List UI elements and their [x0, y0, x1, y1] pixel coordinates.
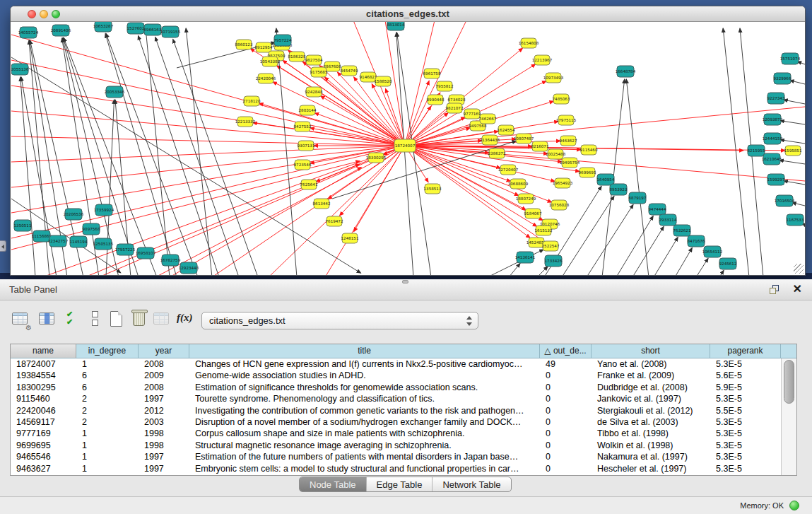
graph-node[interactable]: 1527602 — [127, 23, 145, 34]
graph-node[interactable]: 9245612 — [719, 258, 737, 269]
graph-node[interactable]: 8454749 — [341, 66, 358, 76]
column-header-year[interactable]: year — [139, 344, 189, 358]
graph-node[interactable]: 12093872 — [763, 114, 782, 125]
graph-node[interactable]: 2803144 — [299, 105, 317, 115]
graph-node[interactable]: 18300295 — [366, 153, 387, 163]
graph-node[interactable]: 8471676 — [688, 235, 705, 247]
graph-node[interactable]: 7485063 — [553, 94, 570, 104]
column-header-out_de[interactable]: △ out_de... — [540, 344, 592, 358]
graph-node[interactable]: 9329966 — [774, 73, 792, 84]
graph-node[interactable]: 16648784 — [616, 66, 636, 77]
graph-node[interactable]: 7462667 — [479, 114, 497, 124]
panel-drag-handle[interactable] — [402, 280, 408, 284]
graph-node[interactable]: 12342757 — [48, 235, 69, 247]
red-edge[interactable] — [320, 96, 405, 146]
table-row[interactable]: 1938455462009Genome-wide association stu… — [11, 370, 781, 381]
network-canvas[interactable]: 8860123891295412226058982750910543382818… — [11, 22, 805, 275]
red-edge[interactable] — [325, 146, 405, 275]
float-panel-icon[interactable] — [770, 284, 781, 296]
column-header-pagerank[interactable]: pagerank — [710, 344, 781, 358]
black-edge[interactable] — [779, 160, 805, 164]
graph-node[interactable]: 20891406 — [51, 25, 71, 36]
table-row[interactable]: 977716911998Corpus callosum shape and si… — [11, 428, 781, 439]
graph-node[interactable]: 10756028 — [549, 200, 570, 210]
graph-node[interactable]: 7957224 — [274, 35, 292, 46]
graph-node[interactable]: 17957225 — [115, 244, 136, 255]
scrollbar-thumb[interactable] — [784, 360, 794, 404]
black-edge[interactable] — [784, 100, 805, 104]
graph-node[interactable]: 20206536 — [64, 209, 84, 220]
graph-node[interactable]: 1248151 — [341, 233, 359, 243]
black-edge[interactable] — [790, 81, 805, 84]
black-edge[interactable] — [155, 37, 239, 275]
black-edge[interactable] — [784, 181, 805, 185]
graph-node[interactable]: 17016504 — [775, 195, 795, 206]
graph-node[interactable]: 12444158 — [763, 133, 783, 144]
graph-node[interactable]: 6966163 — [144, 24, 162, 35]
graph-node[interactable]: 8912954 — [255, 42, 273, 52]
create-column-button[interactable] — [106, 309, 127, 330]
graph-node[interactable]: 18807249 — [516, 194, 536, 204]
black-edge[interactable] — [780, 140, 805, 144]
table-mode-button[interactable]: ⚙ — [10, 309, 31, 330]
graph-node[interactable]: 9474444 — [649, 204, 666, 215]
black-edge[interactable] — [792, 203, 805, 206]
select-all-button[interactable]: ✔✔ — [64, 309, 85, 330]
function-builder-button[interactable]: f(x) — [175, 309, 196, 330]
graph-node[interactable]: 10719155 — [160, 26, 181, 37]
table-panel-header[interactable]: Table Panel ✕ — [0, 279, 812, 300]
red-edge[interactable] — [354, 77, 405, 146]
unselect-all-button[interactable] — [85, 309, 106, 330]
graph-node[interactable]: 9115460 — [580, 145, 598, 155]
close-panel-icon[interactable]: ✕ — [793, 282, 802, 296]
graph-node[interactable]: 12720407 — [498, 165, 519, 175]
graph-node[interactable]: 8860123 — [235, 40, 253, 49]
graph-node[interactable]: 12213332 — [235, 117, 255, 127]
graph-node[interactable]: 21364436 — [480, 135, 500, 145]
graph-node[interactable]: 16210645 — [762, 153, 782, 165]
graph-node[interactable]: 22420046 — [256, 74, 276, 83]
column-header-title[interactable]: title — [189, 344, 540, 358]
table-select-dropdown[interactable]: citations_edges.txt — [201, 312, 478, 329]
graph-node[interactable]: 18724007 — [394, 139, 416, 152]
table-row[interactable]: 1830029562008Estimation of significance … — [11, 382, 781, 393]
graph-node[interactable]: 1167533 — [787, 214, 804, 226]
black-edge[interactable] — [723, 28, 749, 275]
graph-node[interactable]: 10543382 — [260, 57, 280, 66]
collapse-panel-handle[interactable] — [0, 240, 6, 252]
graph-node[interactable]: 7955812 — [436, 81, 454, 91]
graph-node[interactable]: 16782759 — [160, 255, 181, 266]
black-edge[interactable] — [780, 121, 805, 124]
graph-node[interactable]: 9184067 — [524, 209, 542, 218]
graph-node[interactable]: 10688609 — [508, 179, 529, 189]
graph-node[interactable]: 8990448 — [427, 95, 445, 105]
graph-node[interactable]: 1350511 — [14, 220, 32, 231]
graph-node[interactable]: 2055136 — [11, 64, 29, 75]
graph-node[interactable]: 8215955 — [748, 145, 765, 156]
graph-node[interactable]: 9827504 — [305, 55, 323, 65]
graph-node[interactable]: 8186328 — [288, 52, 306, 62]
graph-node[interactable]: 1595851 — [784, 146, 802, 156]
graph-node[interactable]: 1615132 — [535, 226, 553, 235]
graph-node[interactable]: 10973493 — [543, 73, 564, 83]
graph-node[interactable]: 7619472 — [326, 216, 343, 226]
graph-node[interactable]: 1624554 — [498, 125, 515, 135]
graph-node[interactable]: 12505135 — [93, 238, 114, 250]
graph-node[interactable]: 10807487 — [514, 134, 534, 144]
graph-node[interactable]: 6961758 — [423, 69, 441, 78]
graph-node[interactable]: 17359924 — [94, 204, 114, 216]
black-edge[interactable] — [696, 258, 708, 275]
table-row[interactable]: 969969511998Structural magnetic resonanc… — [11, 440, 781, 451]
graph-node[interactable]: 20053346 — [105, 86, 125, 98]
black-edge[interactable] — [719, 270, 724, 275]
graph-node[interactable]: 1588520 — [375, 76, 392, 86]
window-titlebar[interactable]: citations_edges.txt — [11, 6, 805, 22]
red-edge[interactable] — [269, 146, 405, 275]
graph-node[interactable]: 16154808 — [519, 38, 539, 48]
graph-node[interactable]: 19495754 — [560, 158, 580, 168]
graph-node[interactable]: 12213967 — [532, 55, 553, 65]
tab-node-table[interactable]: Node Table — [300, 477, 367, 491]
table-row[interactable]: 2242004622012Investigating the contribut… — [11, 405, 781, 416]
graph-node[interactable]: 8427552 — [294, 122, 312, 132]
black-edge[interactable] — [396, 33, 413, 275]
